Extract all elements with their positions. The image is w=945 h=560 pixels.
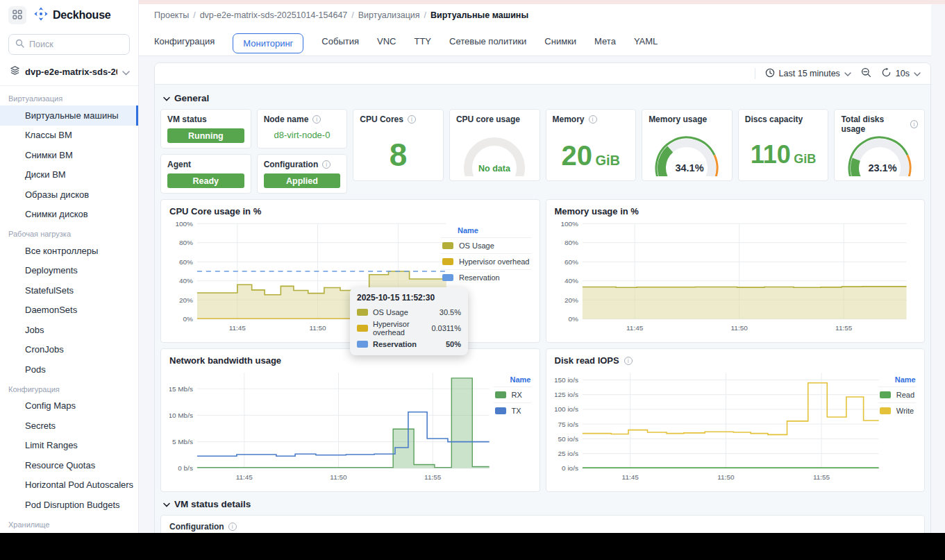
- vm-status-badge: Running: [167, 128, 244, 143]
- legend-header[interactable]: Name: [494, 374, 531, 387]
- svg-text:11:55: 11:55: [835, 324, 853, 332]
- sidebar-item-horizontal-pod-autoscalers[interactable]: Horizontal Pod Autoscalers: [0, 475, 138, 495]
- sidebar-item-deployments[interactable]: Deployments: [0, 261, 138, 281]
- zoom-out-button[interactable]: [861, 67, 871, 80]
- section-vm-details[interactable]: VM status details: [163, 499, 925, 509]
- tab-события[interactable]: События: [321, 36, 359, 53]
- svg-text:11:45: 11:45: [236, 473, 253, 481]
- legend-color-dash: [495, 391, 506, 398]
- sidebar-item-pods[interactable]: Pods: [0, 359, 138, 380]
- svg-text:40%: 40%: [179, 277, 193, 285]
- refresh-icon: [881, 67, 892, 80]
- layers-icon: [10, 65, 20, 78]
- sidebar-item-limit-ranges[interactable]: Limit Ranges: [0, 436, 138, 456]
- svg-text:11:45: 11:45: [626, 324, 644, 332]
- sidebar-item-resource-quotas[interactable]: Resource Quotas: [0, 455, 138, 475]
- tab-мета[interactable]: Мета: [594, 36, 616, 53]
- tooltip-row: OS Usage30.5%: [357, 306, 461, 318]
- breadcrumb-separator: /: [424, 10, 426, 20]
- legend-item-os-usage[interactable]: OS Usage: [441, 237, 531, 253]
- sidebar-item-config-maps[interactable]: Config Maps: [0, 396, 138, 416]
- search-input[interactable]: [29, 40, 123, 49]
- sidebar-item-образы-дисков[interactable]: Образы дисков: [0, 185, 138, 205]
- node-name-value[interactable]: d8-virt-node-0: [264, 130, 341, 140]
- sidebar-item-statefulsets[interactable]: StatefulSets: [0, 280, 138, 300]
- sidebar-item-pod-disruption-budgets[interactable]: Pod Disruption Budgets: [0, 495, 138, 515]
- sidebar: Deckhouse dvp-e2e-matrix-sds-20... Вирту: [0, 0, 139, 533]
- svg-text:50 io/s: 50 io/s: [558, 435, 578, 443]
- node-name-card: Node name d8-virt-node-0: [257, 109, 348, 149]
- svg-text:5 Mb/s: 5 Mb/s: [172, 438, 193, 446]
- app-screen: Deckhouse dvp-e2e-matrix-sds-20... Вирту: [0, 0, 945, 533]
- sidebar-item-виртуальные-машины[interactable]: Виртуальные машины: [0, 105, 138, 126]
- svg-text:80%: 80%: [179, 239, 193, 246]
- panel-toolbar: Last 15 minutes 10s: [155, 63, 930, 85]
- legend-header[interactable]: Name: [878, 374, 916, 387]
- legend-item-write[interactable]: Write: [878, 402, 916, 418]
- breadcrumb-item[interactable]: Проекты: [154, 10, 189, 20]
- nav-group-label: Виртуализация: [0, 89, 138, 105]
- app-grid-button[interactable]: [8, 6, 26, 24]
- tab-yaml[interactable]: YAML: [634, 36, 658, 53]
- project-selector[interactable]: dvp-e2e-matrix-sds-20...: [0, 58, 138, 86]
- legend-item-reservation[interactable]: Reservation: [441, 269, 531, 285]
- sidebar-item-диски-вм[interactable]: Диски ВМ: [0, 165, 138, 185]
- tooltip-row: Reservation50%: [357, 338, 461, 350]
- svg-text:100%: 100%: [560, 220, 578, 228]
- sidebar-item-снимки-дисков[interactable]: Снимки дисков: [0, 205, 138, 225]
- sidebar-item-daemonsets[interactable]: DaemonSets: [0, 300, 138, 321]
- tooltip-color-dash: [357, 325, 368, 332]
- legend-item-rx[interactable]: RX: [494, 387, 531, 402]
- chart-mem-title: Memory usage in %: [555, 206, 917, 217]
- tab-снимки[interactable]: Снимки: [544, 36, 576, 53]
- memory-value: 20: [562, 140, 593, 171]
- total-disks-usage-card: Total disks usage 23.1%: [834, 109, 925, 181]
- clock-icon: [765, 68, 775, 80]
- vm-status-card: VM status Running: [160, 109, 251, 149]
- time-range-picker[interactable]: Last 15 minutes: [765, 68, 851, 80]
- legend-color-dash: [442, 242, 453, 249]
- sidebar-item-все-контроллеры[interactable]: Все контроллеры: [0, 241, 138, 261]
- breadcrumb-item[interactable]: dvp-e2e-matrix-sds-20251014-154647: [200, 10, 348, 20]
- tab-tty[interactable]: TTY: [414, 36, 431, 53]
- sidebar-item-persistent-volume-claims[interactable]: Persistent Volume Claims: [0, 532, 138, 534]
- svg-text:11:50: 11:50: [330, 473, 347, 481]
- breadcrumb-item[interactable]: Виртуализация: [358, 10, 420, 20]
- refresh-button[interactable]: 10s: [881, 67, 921, 80]
- svg-text:125 io/s: 125 io/s: [555, 391, 578, 398]
- details-configuration-label: Configuration: [169, 522, 224, 532]
- info-icon: [228, 523, 237, 531]
- chart-tooltip: 2025-10-15 11:52:30OS Usage30.5%Hypervis…: [350, 287, 468, 355]
- deckhouse-logo[interactable]: Deckhouse: [33, 6, 111, 24]
- svg-text:11:50: 11:50: [730, 324, 748, 332]
- svg-text:11:55: 11:55: [812, 473, 830, 481]
- legend-item-tx[interactable]: TX: [494, 402, 531, 418]
- svg-text:11:45: 11:45: [621, 473, 639, 481]
- sidebar-item-классы-вм[interactable]: Классы ВМ: [0, 126, 138, 146]
- vm-status-label: VM status: [167, 114, 244, 124]
- dashboard: General VM status Running Agent Ready: [155, 85, 930, 533]
- section-general[interactable]: General: [163, 93, 925, 103]
- legend-item-read[interactable]: Read: [878, 387, 916, 402]
- svg-text:40%: 40%: [564, 277, 578, 285]
- chart-mem-card: Memory usage in %0%20%40%60%80%100%11:45…: [546, 199, 926, 343]
- sidebar-item-снимки-вм[interactable]: Снимки ВМ: [0, 145, 138, 165]
- info-icon: [589, 115, 597, 124]
- legend-header[interactable]: Name: [441, 225, 531, 237]
- chart-mem-svg: 0%20%40%60%80%100%11:4511:5011:55: [555, 218, 917, 336]
- tab-сетевые-политики[interactable]: Сетевые политики: [449, 36, 526, 53]
- app-title: Deckhouse: [53, 9, 111, 22]
- memory-usage-label: Memory usage: [649, 114, 726, 124]
- tab-конфигурация[interactable]: Конфигурация: [154, 36, 215, 53]
- cpu-cores-label: CPU Cores: [360, 114, 403, 124]
- refresh-interval-label: 10s: [896, 69, 910, 78]
- sidebar-item-cronjobs[interactable]: CronJobs: [0, 340, 138, 360]
- sidebar-item-jobs[interactable]: Jobs: [0, 320, 138, 340]
- legend-item-hypervisor-overhead[interactable]: Hypervisor overhead: [441, 253, 531, 269]
- time-range-label: Last 15 minutes: [779, 69, 840, 78]
- breadcrumb-item: Виртуальные машины: [430, 10, 528, 20]
- sidebar-item-secrets[interactable]: Secrets: [0, 416, 138, 436]
- tab-мониторинг[interactable]: Мониторинг: [233, 33, 303, 53]
- tab-vnc[interactable]: VNC: [377, 36, 396, 53]
- svg-text:15 Mb/s: 15 Mb/s: [169, 385, 193, 393]
